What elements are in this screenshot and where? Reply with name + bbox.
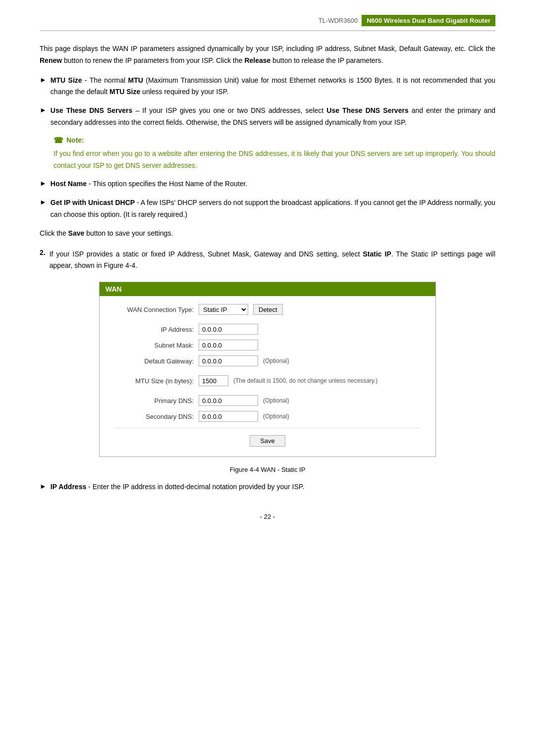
primary-dns-hint: (Optional) [263, 397, 289, 404]
bullet-dns-content: Use These DNS Servers – If your ISP give… [51, 105, 495, 129]
ip-address-input[interactable] [199, 324, 258, 335]
note-title: ☎ Note: [54, 136, 495, 145]
note-text: If you find error when you go to a websi… [54, 148, 495, 172]
ip-address-row: IP Address: [114, 324, 421, 335]
num-content-2: If your ISP provides a static or fixed I… [50, 249, 495, 272]
bullet-mtu: ► MTU Size - The normal MTU (Maximum Tra… [40, 75, 495, 99]
gateway-input[interactable] [199, 355, 258, 366]
save-line: Click the Save button to save your setti… [40, 228, 495, 240]
secondary-dns-input[interactable] [199, 411, 258, 422]
connection-type-label: WAN Connection Type: [114, 306, 194, 313]
subnet-mask-label: Subnet Mask: [114, 342, 194, 349]
bullet-unicast: ► Get IP with Unicast DHCP - A few ISPs'… [40, 197, 495, 221]
secondary-dns-label: Secondary DNS: [114, 413, 194, 420]
mtu-label: MTU Size (in bytes): [114, 377, 194, 385]
bullet-hostname: ► Host Name - This option specifies the … [40, 178, 495, 190]
primary-dns-row: Primary DNS: (Optional) [114, 395, 421, 406]
subnet-mask-row: Subnet Mask: [114, 340, 421, 351]
secondary-dns-hint: (Optional) [263, 413, 289, 420]
figure-caption: Figure 4-4 WAN - Static IP [40, 466, 495, 473]
header-title: N600 Wireless Dual Band Gigabit Router [362, 15, 495, 26]
gateway-hint: (Optional) [263, 357, 289, 364]
bullet-arrow-hostname: ► [40, 179, 47, 187]
wan-body: WAN Connection Type: Static IP Detect IP… [100, 296, 435, 456]
note-section: ☎ Note: If you find error when you go to… [54, 136, 495, 172]
bullet-dns: ► Use These DNS Servers – If your ISP gi… [40, 105, 495, 129]
ip-address-label: IP Address: [114, 326, 194, 333]
connection-type-row: WAN Connection Type: Static IP Detect [114, 304, 421, 315]
numbered-section-2: 2. If your ISP provides a static or fixe… [40, 249, 495, 272]
bullet-arrow-dns: ► [40, 106, 47, 114]
wan-header: WAN [100, 282, 435, 296]
wan-box: WAN WAN Connection Type: Static IP Detec… [99, 282, 436, 457]
bullet-unicast-content: Get IP with Unicast DHCP - A few ISPs' D… [51, 197, 495, 221]
mtu-input[interactable] [199, 375, 228, 386]
wan-divider [114, 428, 421, 428]
bullet-arrow-mtu: ► [40, 76, 47, 84]
primary-dns-label: Primary DNS: [114, 397, 194, 404]
bullet-ip-content: IP Address - Enter the IP address in dot… [51, 481, 495, 493]
bullet-mtu-content: MTU Size - The normal MTU (Maximum Trans… [51, 75, 495, 99]
note-label: Note: [66, 136, 84, 144]
bullet-arrow-ip: ► [40, 482, 47, 490]
connection-type-select[interactable]: Static IP [199, 304, 248, 315]
bullet-hostname-content: Host Name - This option specifies the Ho… [51, 178, 495, 190]
primary-dns-input[interactable] [199, 395, 258, 406]
intro-paragraph: This page displays the WAN IP parameters… [40, 43, 495, 67]
wan-save-button[interactable]: Save [250, 435, 285, 447]
num-label-2: 2. [40, 249, 46, 256]
bullet-arrow-unicast: ► [40, 198, 47, 206]
bullet-ip-address: ► IP Address - Enter the IP address in d… [40, 481, 495, 493]
detect-button[interactable]: Detect [253, 304, 283, 315]
note-icon: ☎ [54, 136, 63, 145]
page: TL-WDR3600 N600 Wireless Dual Band Gigab… [0, 0, 535, 756]
mtu-hint: (The default is 1500, do not change unle… [233, 377, 377, 384]
secondary-dns-row: Secondary DNS: (Optional) [114, 411, 421, 422]
gateway-label: Default Gateway: [114, 357, 194, 365]
save-btn-row: Save [114, 435, 421, 447]
header-model: TL-WDR3600 [319, 17, 358, 24]
gateway-row: Default Gateway: (Optional) [114, 355, 421, 366]
mtu-row: MTU Size (in bytes): (The default is 150… [114, 375, 421, 386]
subnet-mask-input[interactable] [199, 340, 258, 351]
header-bar: TL-WDR3600 N600 Wireless Dual Band Gigab… [40, 15, 495, 31]
page-number: - 22 - [40, 513, 495, 520]
